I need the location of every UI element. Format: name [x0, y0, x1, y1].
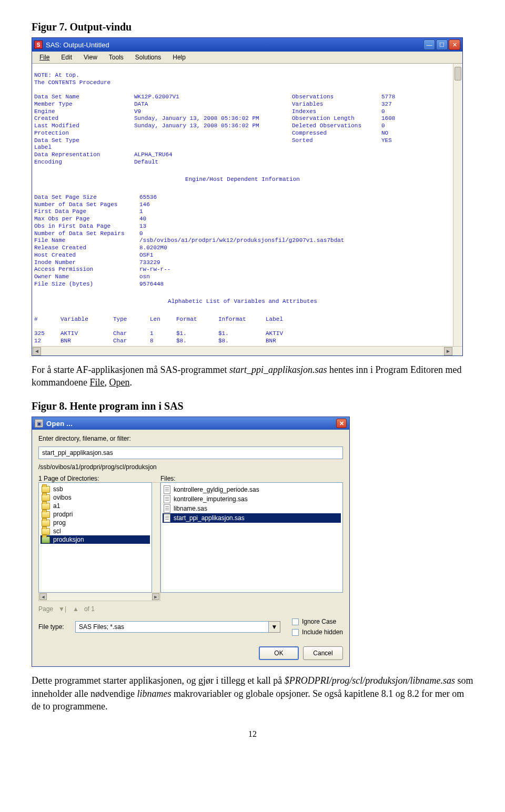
dropdown-arrow-icon[interactable]: ▼	[269, 621, 280, 633]
scroll-left-icon[interactable]: ◄	[39, 593, 47, 600]
sas-menubar: File Edit View Tools Solutions Help	[32, 52, 462, 64]
directory-item[interactable]: ssb	[41, 485, 150, 493]
filetype-select[interactable]: SAS Files; *.sas ▼	[75, 621, 280, 633]
folder-icon	[42, 503, 50, 510]
directory-item[interactable]: scl	[41, 527, 150, 535]
close-button[interactable]: ✕	[449, 39, 460, 50]
paragraph-2: Dette programmet starter applikasjonen, …	[32, 674, 473, 713]
folder-icon	[42, 511, 50, 518]
cancel-button[interactable]: Cancel	[303, 646, 343, 660]
file-item[interactable]: kontrollere_gyldig_periode.sas	[163, 485, 341, 494]
filename-input[interactable]	[38, 446, 343, 459]
folder-icon	[42, 486, 50, 493]
directory-item[interactable]: ovibos	[41, 493, 150, 502]
menu-help[interactable]: Help	[167, 53, 191, 62]
open-dialog-title: Open ...	[46, 420, 336, 428]
page-number: 12	[32, 729, 473, 739]
menu-file[interactable]: File	[34, 53, 55, 62]
file-icon	[164, 495, 170, 503]
page-first-icon[interactable]: ▼|	[57, 605, 67, 613]
open-dialog-titlebar: ▣ Open ... ✕	[32, 417, 349, 430]
file-item-selected[interactable]: start_ppi_applikasjon.sas	[163, 513, 341, 523]
sas-output-window: S SAS: Output-Untitled — ☐ ✕ File Edit V…	[32, 37, 463, 356]
scroll-right-icon[interactable]: ►	[444, 347, 452, 356]
current-path: /ssb/ovibos/a1/prodpri/prog/scl/produksj…	[38, 463, 343, 471]
paragraph-1: For å starte AF-applikasjonen må SAS-pro…	[32, 363, 473, 389]
figure-7-title: Figur 7. Output-vindu	[32, 21, 473, 33]
file-icon	[164, 504, 170, 513]
ok-button[interactable]: OK	[259, 646, 299, 660]
dir-scrollbar[interactable]	[152, 482, 160, 593]
sas-window-title: SAS: Output-Untitled	[46, 41, 423, 49]
open-dialog: ▣ Open ... ✕ Enter directory, filename, …	[32, 417, 350, 667]
sas-output-content: NOTE: At top. The CONTENTS Procedure Dat…	[32, 64, 453, 346]
menu-edit[interactable]: Edit	[56, 53, 77, 62]
menu-view[interactable]: View	[78, 53, 103, 62]
open-dialog-icon: ▣	[35, 419, 43, 428]
vertical-scrollbar[interactable]	[453, 64, 462, 346]
file-item[interactable]: kontrollere_imputering.sas	[163, 494, 341, 504]
menu-tools[interactable]: Tools	[104, 53, 129, 62]
page-nav: Page ▼| ▲ of 1	[38, 605, 343, 613]
directory-item-selected[interactable]: produksjon	[41, 535, 150, 544]
maximize-button[interactable]: ☐	[436, 39, 448, 50]
file-icon	[164, 514, 170, 522]
dir-hscroll[interactable]: ◄►	[38, 593, 160, 601]
filetype-label: File type:	[38, 623, 70, 631]
ignore-case-checkbox[interactable]: Ignore Case	[292, 618, 343, 625]
include-hidden-checkbox[interactable]: Include hidden	[292, 628, 343, 636]
directory-list[interactable]: ssb ovibos a1 prodpri prog scl produksjo…	[38, 482, 152, 593]
folder-open-icon	[42, 536, 50, 543]
menu-solutions[interactable]: Solutions	[130, 53, 166, 62]
horizontal-scrollbar[interactable]: ◄ ►	[32, 346, 462, 356]
figure-8-title: Figur 8. Hente program inn i SAS	[32, 400, 473, 412]
directories-header: 1 Page of Directories:	[38, 475, 160, 482]
scroll-left-icon[interactable]: ◄	[33, 347, 41, 356]
file-list[interactable]: kontrollere_gyldig_periode.sas kontrolle…	[160, 482, 343, 593]
page-up-icon[interactable]: ▲	[72, 605, 80, 613]
directory-item[interactable]: prodpri	[41, 510, 150, 519]
sas-titlebar: S SAS: Output-Untitled — ☐ ✕	[32, 38, 462, 52]
filter-prompt-label: Enter directory, filename, or filter:	[38, 435, 343, 442]
directory-item[interactable]: a1	[41, 502, 150, 510]
files-header: Files:	[160, 475, 176, 482]
file-icon	[164, 485, 170, 494]
sas-app-icon: S	[34, 40, 43, 49]
file-item[interactable]: libname.sas	[163, 504, 341, 513]
folder-icon	[42, 520, 50, 526]
folder-icon	[42, 528, 50, 535]
scroll-right-icon[interactable]: ►	[152, 593, 159, 600]
folder-icon	[42, 494, 50, 501]
minimize-button[interactable]: —	[423, 39, 435, 50]
dialog-close-button[interactable]: ✕	[336, 419, 347, 428]
directory-item[interactable]: prog	[41, 519, 150, 527]
